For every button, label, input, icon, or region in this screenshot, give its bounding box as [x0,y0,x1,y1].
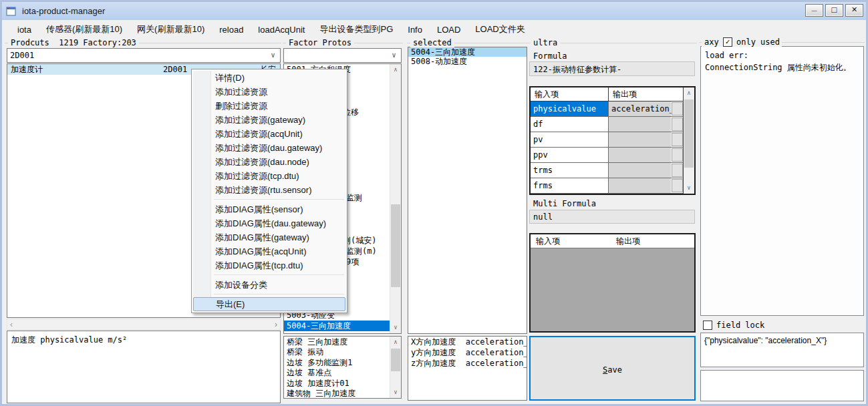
menu-item[interactable]: 导出设备类型到PG [312,21,400,38]
products-combo[interactable]: 2D001 ∨ [7,48,281,63]
list-item[interactable]: 5004-三向加速度 [408,47,527,57]
factor-combo[interactable]: ∨ [283,48,402,63]
menu-item[interactable]: loadAcqUnit [251,22,312,37]
selected-channels-list[interactable]: X方向加速度 acceleration_X gy方向加速度 accelerati… [408,336,527,401]
scrollbar-thumb[interactable] [684,99,694,168]
only-used-option[interactable]: ✓only used [721,37,782,47]
title-bar[interactable]: iota-product-manager — □ ✕ [2,2,866,20]
list-item[interactable]: 边坡 基准点 [284,368,390,378]
menu-item[interactable]: LOAD [430,22,468,37]
load-error-box[interactable]: load err: ConnectionString 属性尚未初始化。 [700,46,864,316]
list-item[interactable]: 5008-动加速度 [408,57,527,66]
grid-cell-output-combo[interactable] [609,148,671,162]
scroll-right-icon[interactable]: › [275,320,277,329]
dropdown-button[interactable] [672,133,683,146]
grid-cell-input[interactable]: ppv [531,148,609,162]
field-lock-option[interactable]: field lock [703,320,764,330]
scrollbar-thumb[interactable] [391,349,400,371]
close-button[interactable]: ✕ [845,4,863,17]
chevron-down-icon[interactable]: ∨ [267,50,279,61]
menu-item[interactable]: LOAD文件夹 [468,21,532,38]
list-item[interactable]: 边坡 多功能监测1 [284,358,390,368]
grid-cell-input[interactable]: trms [531,163,609,178]
context-menu-item[interactable]: 添加DIAG属性(tcp.dtu) [193,258,345,272]
io-grid-empty[interactable]: 输入项 输出项 [529,233,696,333]
maximize-button[interactable]: □ [825,4,843,17]
scroll-left-icon[interactable]: ‹ [10,320,13,329]
grid-cell-output-combo[interactable] [609,178,671,193]
context-menu-item[interactable]: 导出(E) [193,297,345,311]
io-grid-scrollbar[interactable]: ∧ ∨ [683,87,694,194]
menu-item[interactable]: reload [212,22,251,37]
dropdown-button[interactable] [672,179,683,192]
mapping-json-field[interactable]: {"physicalvalue": "acceleration_X"} [700,333,864,367]
context-menu-item[interactable] [193,272,345,278]
scroll-down-icon[interactable]: ∨ [390,322,401,333]
context-menu-item[interactable]: 添加过滤资源(tcp.dtu) [193,169,345,183]
selected-list[interactable]: 5004-三向加速度5008-动加速度 [408,47,527,334]
grid-row[interactable]: ppv [531,148,683,163]
factor-usage-scrollbar[interactable]: ∧ ∨ [390,337,401,398]
empty-field[interactable] [700,370,864,401]
minimize-button[interactable]: — [805,4,823,17]
scroll-up-icon[interactable]: ∧ [684,87,694,99]
context-menu-item[interactable]: 添加过滤资源(dau.gateway) [193,141,345,155]
only-used-checkbox[interactable]: ✓ [723,37,732,47]
dropdown-button[interactable] [672,148,683,162]
field-lock-checkbox[interactable] [703,321,712,330]
menu-item[interactable]: iota [10,22,39,37]
context-menu-item[interactable]: 添加过滤资源(dau.node) [193,155,345,169]
context-menu-item[interactable]: 添加DIAG属性(sensor) [193,202,345,216]
list-item[interactable]: y方向加速度 acceleration_Y g [408,347,527,358]
factor-usage-list[interactable]: 桥梁 三向加速度桥梁 振动边坡 多功能监测1边坡 基准点边坡 加速度计01建筑物… [283,336,402,399]
list-item[interactable]: X方向加速度 acceleration_X g [408,337,527,347]
scrollbar-thumb[interactable] [391,204,400,288]
context-menu-item[interactable]: 详情(D) [193,71,345,85]
product-detail-box[interactable]: 加速度 physicalvalue m/s² [7,331,281,403]
scroll-down-icon[interactable]: ∨ [390,387,401,398]
dropdown-button[interactable] [672,102,683,116]
scroll-up-icon[interactable]: ∧ [390,337,401,348]
grid-cell-input[interactable]: frms [531,178,609,193]
menu-item[interactable]: 传感器(刷新最新10) [39,21,130,38]
context-menu-item[interactable]: 添加过滤资源(acqUnit) [193,127,345,141]
context-menu-item[interactable]: 添加设备分类 [193,278,345,292]
list-item[interactable]: 桥梁 振动 [284,347,390,357]
list-item[interactable]: 建筑物 三向加速度 [284,389,390,399]
context-menu-item[interactable]: 添加过滤资源 [193,85,345,99]
grid-row[interactable]: pv [531,132,683,148]
list-item[interactable]: 桥梁 三向加速度 [284,337,390,347]
save-button[interactable]: Save [529,336,696,401]
grid-cell-input[interactable]: pv [531,132,609,147]
context-menu-item[interactable]: 添加DIAG属性(dau.gateway) [193,216,345,230]
grid-row[interactable]: trms [531,163,683,178]
chevron-down-icon[interactable]: ∨ [388,50,400,61]
context-menu-item[interactable] [193,197,345,202]
context-menu-item[interactable] [193,292,345,297]
grid-row[interactable]: physicalvalue acceleration_X [531,102,683,117]
dropdown-button[interactable] [672,164,683,177]
context-menu-item[interactable]: 添加DIAG属性(acqUnit) [193,244,345,258]
multi-formula-field[interactable]: null [529,210,695,224]
products-hscrollbar[interactable]: ‹ › [7,319,281,330]
menu-item[interactable]: Info [400,22,430,37]
menu-item[interactable]: 网关(刷新最新10) [130,21,212,38]
grid-cell-output-combo[interactable] [609,132,671,147]
list-item[interactable]: z方向加速度 acceleration_Z g [408,358,527,369]
grid-row[interactable]: frms [531,178,683,194]
scroll-down-icon[interactable]: ∨ [684,182,694,194]
grid-row[interactable]: df [531,117,683,132]
grid-cell-output-combo[interactable]: acceleration_X [609,102,671,116]
grid-cell-input[interactable]: df [531,117,609,132]
context-menu-item[interactable]: 添加过滤资源(rtu.sensor) [193,183,345,197]
factor-list-scrollbar[interactable]: ∧ ∨ [390,64,401,333]
scroll-up-icon[interactable]: ∧ [390,64,401,75]
context-menu-item[interactable]: 添加DIAG属性(gateway) [193,230,345,244]
list-item[interactable]: 边坡 加速度计01 [284,379,390,389]
grid-cell-output-combo[interactable] [609,117,671,132]
context-menu-item[interactable]: 删除过滤资源 [193,99,345,113]
context-menu-item[interactable]: 添加过滤资源(gateway) [193,113,345,127]
grid-cell-input[interactable]: physicalvalue [531,102,609,116]
grid-cell-output-combo[interactable] [609,163,671,178]
formula-field[interactable]: 122-振动特征参数计算- [529,61,695,76]
